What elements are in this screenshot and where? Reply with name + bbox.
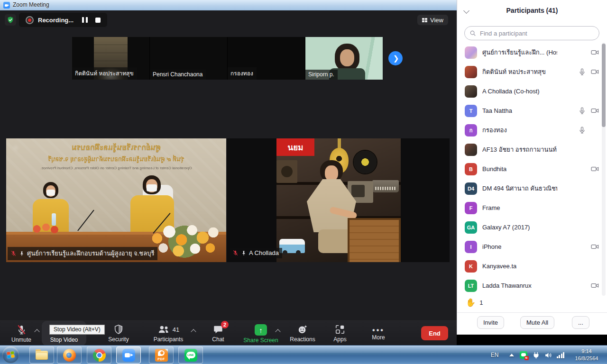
end-meeting-button[interactable]: End xyxy=(421,326,448,340)
screen: Zoom Meeting ✕ Recording... xyxy=(0,0,607,364)
participant-row[interactable]: LT Ladda Thawanrux ✋ xyxy=(457,276,607,295)
participant-row[interactable]: T Taa Nattha ✋ xyxy=(457,101,607,120)
avatar-initials: I xyxy=(470,244,471,250)
taskbar-zoom-button[interactable] xyxy=(116,346,141,364)
avatar: ก xyxy=(465,124,477,136)
participants-button[interactable]: 41 Participants xyxy=(148,321,189,345)
participant-name: Taa Nattha xyxy=(482,107,512,114)
video-filmstrip: ✋ กิตตินันท์ หอประสาทสุข ✋ xyxy=(72,37,383,80)
unmute-button[interactable]: Unmute xyxy=(6,321,37,345)
share-options-chevron[interactable] xyxy=(276,328,280,333)
speaker-icon[interactable] xyxy=(544,351,552,359)
taskbar-firefox-button[interactable] xyxy=(57,346,82,364)
taskbar-line-button[interactable]: LINE xyxy=(178,346,203,364)
raised-hands-summary: ✋ 1 xyxy=(466,298,483,307)
chat-button[interactable]: Chat 2 xyxy=(205,321,231,345)
thumbnail-name: Siriporn p. xyxy=(308,71,334,78)
taskbar-foxit-button[interactable]: PDF xyxy=(149,346,174,364)
taskbar-chrome-button[interactable] xyxy=(87,346,111,364)
avatar-initials: K xyxy=(469,264,473,269)
language-indicator[interactable]: EN xyxy=(491,352,499,358)
small-flowers xyxy=(31,222,61,236)
participant-row[interactable]: ก กรองทอง ✋ xyxy=(457,120,607,140)
avatar xyxy=(465,46,477,59)
next-page-arrow-button[interactable]: ❯ xyxy=(388,51,403,65)
participants-count: 41 xyxy=(173,326,179,333)
reactions-button[interactable]: Reactions xyxy=(286,321,319,345)
meeting-top-bar: Recording... View xyxy=(0,10,457,29)
tray-expand-icon[interactable] xyxy=(509,354,514,356)
share-screen-button[interactable]: ↑ Share Screen xyxy=(242,321,280,345)
start-button[interactable] xyxy=(2,346,19,363)
search-icon xyxy=(469,30,476,36)
participant-row[interactable]: กิตตินันท์ หอประสาทสุข ✋ xyxy=(457,62,607,82)
participants-options-chevron[interactable] xyxy=(192,328,196,333)
participant-name: Bundhita xyxy=(482,165,506,173)
participant-name: ศูนย์การเรียนรู้และฝึก... (Host, me) xyxy=(482,47,557,57)
windows-logo-icon xyxy=(7,351,15,358)
record-dot-icon xyxy=(26,16,34,24)
avatar: D4 xyxy=(465,182,477,195)
recording-indicator: Recording... xyxy=(19,13,107,27)
line-tray-icon[interactable]: N xyxy=(520,351,527,359)
audio-options-chevron[interactable] xyxy=(35,328,39,333)
security-label: Security xyxy=(108,336,129,343)
participant-row[interactable]: GA Galaxy A7 (2017) ✋ xyxy=(457,218,607,237)
pause-recording-button[interactable] xyxy=(82,17,88,23)
zoom-meeting-window: Zoom Meeting ✕ Recording... xyxy=(0,0,607,345)
avatar xyxy=(465,144,477,156)
video-thumbnail[interactable]: ✋ กิตตินันท์ หอประสาทสุข xyxy=(72,37,149,80)
participant-row[interactable]: K Kanyavee.ta ✋ xyxy=(457,256,607,276)
participant-row[interactable]: F Frame ✋ xyxy=(457,198,607,218)
participant-name: AF13 อัชยา อรรถกามานนท์ xyxy=(482,145,557,155)
flower-bouquet xyxy=(147,221,222,258)
invite-button[interactable]: Invite xyxy=(477,316,504,329)
red-sign: นยม xyxy=(276,138,314,156)
taskbar-explorer-button[interactable] xyxy=(29,346,54,364)
backdrop-line1: ศูนย์การเรียนรู้และฝึกอบรม xyxy=(20,141,212,153)
thumbnail-person-face xyxy=(340,49,354,66)
main-video-name: A Chollada xyxy=(249,249,279,256)
participant-row[interactable]: ศูนย์การเรียนรู้และฝึก... (Host, me) ✋ xyxy=(457,43,607,62)
participant-name: Ladda Thawanrux xyxy=(482,282,532,289)
clock-time: 9:14 xyxy=(569,348,604,355)
video-thumbnail[interactable]: ✋ Siriporn p. xyxy=(305,37,383,80)
stop-recording-button[interactable] xyxy=(95,18,101,23)
encryption-shield-icon[interactable] xyxy=(5,14,16,26)
backdrop-banner: ศูนย์การเรียนรู้และฝึกอบรม รุ่นที่ ๙ ศูน… xyxy=(20,141,212,170)
video-thumbnail[interactable]: ✋ กรองทอง กรองทอง xyxy=(228,37,305,80)
apps-button[interactable]: Apps xyxy=(327,321,353,345)
explorer-icon xyxy=(36,351,48,360)
network-signal-icon[interactable] xyxy=(557,352,565,358)
participant-row[interactable]: A Chollada (Co-host) ✋ xyxy=(457,82,607,101)
view-button[interactable]: View xyxy=(417,15,448,25)
avatar-initials: F xyxy=(469,205,473,211)
more-button[interactable]: ••• More xyxy=(365,321,392,345)
avatar-initials: ก xyxy=(469,126,473,135)
grid-view-icon xyxy=(422,18,427,22)
avatar: I xyxy=(465,241,477,253)
participant-row[interactable]: I iPhone ✋ xyxy=(457,237,607,256)
foxit-pdf-label: PDF xyxy=(157,357,165,361)
video-thumbnail[interactable]: ✋ Pensri Chanchaona xyxy=(150,37,227,80)
security-button[interactable]: Security xyxy=(101,321,136,345)
participant-row[interactable]: D4 DM 494 นิศานาถ คันธวณิชพันธุ์ ✋ xyxy=(457,179,607,198)
panel-more-button[interactable]: ... xyxy=(572,316,589,329)
taskbar-clock[interactable]: 9:14 16/8/2564 xyxy=(569,348,604,362)
window-title: Zoom Meeting xyxy=(13,1,49,8)
main-video-area: ศูนย์การเรียนรู้และฝึกอบรม รุ่นที่ ๙ ศูน… xyxy=(0,138,457,262)
mute-all-button[interactable]: Mute All xyxy=(520,316,554,329)
panel-divider xyxy=(457,312,607,313)
main-video-right: นยม xyxy=(227,138,450,262)
search-input[interactable] xyxy=(479,29,594,37)
scrollbar-thumb[interactable] xyxy=(602,44,606,127)
view-label: View xyxy=(430,17,443,24)
avatar-initials: D4 xyxy=(468,186,474,191)
participant-row[interactable]: AF13 อัชยา อรรถกามานนท์ ✋ xyxy=(457,140,607,159)
participant-search-box[interactable] xyxy=(464,26,599,40)
avatar: K xyxy=(465,260,477,273)
raised-hand-icon: ✋ xyxy=(466,298,476,307)
power-plug-icon[interactable] xyxy=(532,351,540,359)
participant-row[interactable]: B Bundhita ✋ xyxy=(457,159,607,179)
participant-name: Galaxy A7 (2017) xyxy=(482,224,530,231)
